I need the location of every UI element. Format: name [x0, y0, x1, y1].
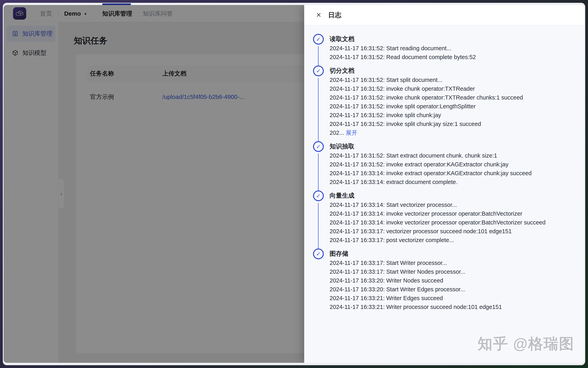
log-line: 2024-11-17 16:33:17: vectorizer processo… — [330, 227, 576, 236]
log-line: 2024-11-17 16:31:52: Start split documen… — [330, 75, 576, 84]
log-line: 2024-11-17 16:33:17: post vectorizer com… — [330, 236, 576, 244]
log-line: 2024-11-17 16:31:52: invoke split operat… — [330, 102, 576, 111]
truncated-log-line: 202... 展开 — [330, 128, 576, 137]
timeline-connector — [318, 154, 319, 194]
browser-window: 首页 Demo▼ 知识库管理 知识库问答 知识库管理知识模型 知识任务 任务名称… — [3, 3, 585, 365]
watermark: 知乎 @格瑞图 — [478, 334, 574, 354]
log-line: 2024-11-17 16:31:52: invoke chunk operat… — [330, 93, 576, 102]
log-line: 2024-11-17 16:31:52: Start reading docum… — [330, 44, 576, 53]
check-circle-icon: ✓ — [313, 34, 324, 45]
log-line: 2024-11-17 16:33:20: Writer Nodes succee… — [330, 276, 576, 285]
check-circle-icon: ✓ — [313, 65, 324, 76]
log-line: 2024-11-17 16:33:14: Start vectorizer pr… — [330, 200, 576, 209]
drawer-title: 日志 — [328, 11, 342, 20]
log-line: 2024-11-17 16:33:21: Writer Edges succee… — [330, 294, 576, 303]
log-line: 2024-11-17 16:33:14: invoke vectorizer p… — [330, 218, 576, 227]
log-line: 2024-11-17 16:31:52: invoke split chunk:… — [330, 120, 576, 128]
step-title: 图存储 — [330, 249, 576, 258]
log-step: ✓图存储2024-11-17 16:33:17: Start Writer pr… — [313, 249, 576, 316]
log-drawer: ✕ 日志 ✓读取文档2024-11-17 16:31:52: Start rea… — [304, 5, 584, 363]
log-step: ✓向量生成2024-11-17 16:33:14: Start vectoriz… — [313, 191, 576, 249]
expand-link[interactable]: 展开 — [346, 129, 357, 136]
log-line: 2024-11-17 16:31:52: invoke chunk operat… — [330, 84, 576, 93]
log-line: 2024-11-17 16:33:14: extract document co… — [330, 178, 576, 186]
log-line: 2024-11-17 16:31:52: invoke split chunk:… — [330, 111, 576, 120]
check-circle-icon: ✓ — [313, 248, 324, 259]
log-step: ✓知识抽取2024-11-17 16:31:52: Start extract … — [313, 142, 576, 191]
app-page: 首页 Demo▼ 知识库管理 知识库问答 知识库管理知识模型 知识任务 任务名称… — [4, 5, 584, 363]
log-line: 2024-11-17 16:33:21: Writer processor su… — [330, 303, 576, 311]
step-title: 读取文档 — [330, 35, 576, 44]
drawer-mask[interactable] — [4, 5, 304, 363]
log-line: 2024-11-17 16:33:17: Start Writer Nodes … — [330, 267, 576, 276]
log-line: 2024-11-17 16:31:52: invoke extract oper… — [330, 160, 576, 169]
log-step: ✓切分文档2024-11-17 16:31:52: Start split do… — [313, 66, 576, 142]
drawer-header: ✕ 日志 — [304, 5, 584, 25]
timeline-connector — [318, 203, 319, 252]
log-line: 2024-11-17 16:33:20: Start Writer Edges … — [330, 285, 576, 294]
check-circle-icon: ✓ — [313, 190, 324, 201]
log-line: 2024-11-17 16:31:52: Start extract docum… — [330, 151, 576, 160]
log-line: 2024-11-17 16:33:17: Start Writer proces… — [330, 258, 576, 267]
step-title: 向量生成 — [330, 191, 576, 200]
log-timeline: ✓读取文档2024-11-17 16:31:52: Start reading … — [304, 25, 584, 363]
step-title: 切分文档 — [330, 66, 576, 75]
active-tab-indicator — [102, 3, 131, 5]
check-circle-icon: ✓ — [313, 141, 324, 152]
close-icon[interactable]: ✕ — [316, 12, 321, 18]
log-line: 2024-11-17 16:33:14: invoke vectorizer p… — [330, 209, 576, 218]
log-line: 2024-11-17 16:33:14: invoke extract oper… — [330, 169, 576, 178]
step-title: 知识抽取 — [330, 142, 576, 151]
log-step: ✓读取文档2024-11-17 16:31:52: Start reading … — [313, 35, 576, 66]
timeline-connector — [318, 78, 319, 145]
truncated-prefix: 202... — [330, 129, 346, 136]
log-line: 2024-11-17 16:31:52: Read document compl… — [330, 53, 576, 62]
